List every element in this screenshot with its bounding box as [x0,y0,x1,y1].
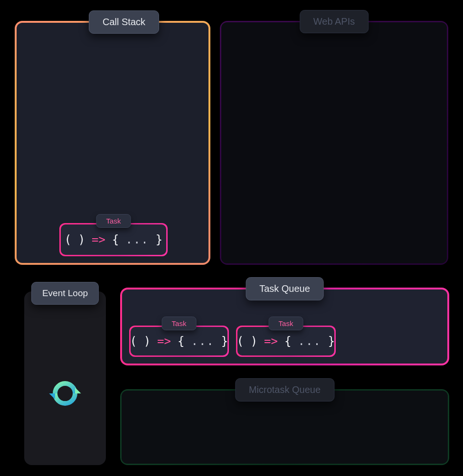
web-apis-label: Web APIs [300,10,369,33]
event-loop-label: Event Loop [31,282,99,305]
code-brace-open: { [284,335,291,348]
task-code: ( ) => { ... } [61,224,166,255]
code-parens: ( ) [130,335,151,348]
task-code: ( ) => { ... } [131,327,227,355]
task-code: ( ) => { ... } [237,327,334,355]
code-brace-open: { [112,233,119,246]
code-arrow: => [157,335,171,348]
refresh-cycle-icon [48,377,82,410]
call-stack-label: Call Stack [89,10,159,34]
task-queue-panel: Task Queue Task ( ) => { ... } Task ( ) … [120,288,449,365]
call-stack-panel: Call Stack Task ( ) => { ... } [15,21,210,265]
code-brace-close: } [221,335,228,348]
microtask-queue-inner: Microtask Queue [122,391,448,464]
code-ellipsis: ... [298,335,321,348]
web-apis-inner: Web APIs [221,22,447,263]
task-queue-inner: Task Queue Task ( ) => { ... } Task ( ) … [122,289,447,364]
diagram-canvas: Call Stack Task ( ) => { ... } Web APIs … [0,0,463,476]
code-arrow: => [264,335,278,348]
code-ellipsis: ... [191,335,214,348]
code-brace-open: { [178,335,184,348]
event-loop-panel: Event Loop [24,291,106,465]
microtask-queue-panel: Microtask Queue [120,389,449,465]
microtask-queue-label: Microtask Queue [235,378,334,401]
svg-marker-1 [49,393,55,400]
task-queue-card-1: Task ( ) => { ... } [129,326,229,357]
code-parens: ( ) [65,233,85,246]
code-ellipsis: ... [125,233,149,246]
code-parens: ( ) [237,335,257,348]
code-brace-close: } [156,233,162,246]
task-queue-card-2: Task ( ) => { ... } [236,326,336,357]
task-queue-label: Task Queue [246,277,324,300]
task-badge: Task [96,214,131,228]
code-arrow: => [92,233,105,246]
task-badge: Task [162,317,197,330]
code-brace-close: } [328,335,335,348]
web-apis-panel: Web APIs [220,21,448,265]
svg-marker-0 [75,387,81,393]
call-stack-task-card: Task ( ) => { ... } [59,223,168,256]
task-badge: Task [269,317,303,330]
call-stack-inner: Call Stack Task ( ) => { ... } [17,23,208,263]
